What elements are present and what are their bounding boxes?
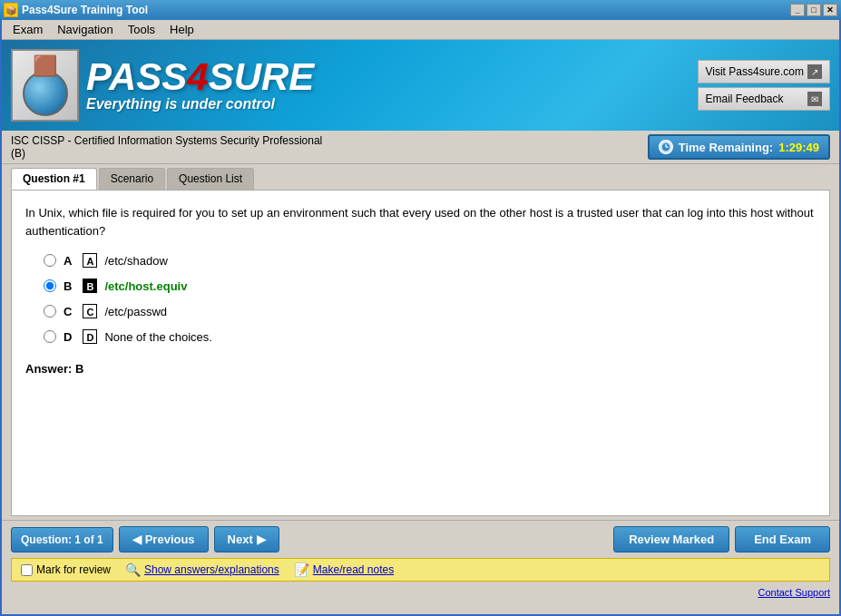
- exam-info-bar: ISC CISSP - Certified Information System…: [2, 131, 839, 164]
- menubar: Exam Navigation Tools Help: [2, 20, 839, 40]
- logo-area: 📦 🟫 PASS4SURE Everything is under contro…: [11, 49, 314, 122]
- exam-title: ISC CISSP - Certified Information System…: [11, 134, 322, 147]
- brand-pass: PASS: [86, 55, 187, 98]
- option-c[interactable]: C C /etc/passwd: [44, 304, 816, 318]
- clock-icon: [659, 140, 673, 154]
- radio-b[interactable]: [44, 279, 56, 292]
- option-a-label: A: [64, 254, 72, 268]
- tab-question-list[interactable]: Question List: [167, 168, 254, 190]
- header: 📦 🟫 PASS4SURE Everything is under contro…: [2, 40, 839, 131]
- question-text: In Unix, which file is required for you …: [25, 204, 816, 240]
- external-link-icon: ↗: [807, 64, 822, 79]
- option-a-text: /etc/shadow: [104, 254, 167, 268]
- question-area: In Unix, which file is required for you …: [11, 190, 830, 516]
- visit-button[interactable]: Visit Pass4sure.com ↗: [698, 60, 831, 83]
- timer-value: 1:29:49: [778, 141, 819, 154]
- option-d[interactable]: D D None of the choices.: [44, 329, 816, 344]
- tab-scenario[interactable]: Scenario: [99, 168, 165, 190]
- window-title: Pass4Sure Training Tool: [22, 4, 148, 16]
- tab-question[interactable]: Question #1: [11, 168, 97, 190]
- brand-name: PASS4SURE: [86, 58, 314, 96]
- radio-c[interactable]: [44, 305, 56, 318]
- email-label: Email Feedback: [706, 93, 784, 105]
- menu-tools[interactable]: Tools: [121, 21, 162, 38]
- question-counter: Question: 1 of 1: [11, 527, 113, 552]
- titlebar: 📦 Pass4Sure Training Tool _ □ ✕: [0, 0, 841, 20]
- menu-navigation[interactable]: Navigation: [50, 21, 120, 38]
- tab-bar: Question #1 Scenario Question List: [2, 164, 839, 190]
- brand-four: 4: [187, 55, 208, 98]
- review-marked-button[interactable]: Review Marked: [613, 526, 729, 552]
- menu-exam[interactable]: Exam: [5, 21, 50, 38]
- exam-title-area: ISC CISSP - Certified Information System…: [11, 134, 322, 160]
- option-b-text: /etc/host.equiv: [104, 279, 187, 293]
- option-d-text: None of the choices.: [104, 330, 212, 344]
- option-c-box: C: [83, 304, 97, 318]
- tagline: Everything is under control: [86, 96, 314, 112]
- option-b-box: B: [83, 279, 97, 293]
- footer-tools: Mark for review 🔍 Show answers/explanati…: [11, 558, 830, 582]
- logo-text: PASS4SURE Everything is under control: [86, 58, 314, 112]
- exam-subtitle: (B): [11, 147, 322, 160]
- option-d-label: D: [64, 330, 72, 344]
- contact-support-link[interactable]: Contact Support: [758, 587, 831, 598]
- timer-label: Time Remaining:: [679, 141, 774, 154]
- brand-sure: SURE: [209, 55, 315, 98]
- minimize-button[interactable]: _: [790, 4, 805, 16]
- option-a[interactable]: A A /etc/shadow: [44, 253, 816, 268]
- next-label: Next: [228, 533, 253, 546]
- show-answers-link[interactable]: Show answers/explanations: [144, 563, 279, 576]
- make-notes-tool[interactable]: 📝 Make/read notes: [294, 562, 394, 577]
- mark-checkbox[interactable]: [21, 564, 33, 576]
- option-b-label: B: [64, 279, 72, 293]
- close-button[interactable]: ✕: [823, 4, 837, 16]
- make-notes-link[interactable]: Make/read notes: [313, 563, 394, 576]
- header-buttons: Visit Pass4sure.com ↗ Email Feedback ✉: [698, 60, 831, 111]
- option-c-label: C: [64, 305, 72, 318]
- prev-label: Previous: [145, 533, 195, 546]
- mark-for-review-tool[interactable]: Mark for review: [21, 563, 111, 576]
- answer-line: Answer: B: [25, 362, 816, 376]
- end-exam-button[interactable]: End Exam: [735, 526, 830, 552]
- package-icon: 🟫: [33, 54, 57, 78]
- show-answers-icon: 🔍: [125, 562, 141, 577]
- app-icon: 📦: [4, 3, 18, 17]
- previous-button[interactable]: ◀ Previous: [119, 526, 209, 552]
- option-d-box: D: [83, 329, 97, 344]
- next-arrow-icon: ▶: [257, 533, 266, 546]
- options-list: A A /etc/shadow B B /etc/host.equiv C C …: [25, 253, 816, 344]
- bottom-nav-bar: Question: 1 of 1 ◀ Previous Next ▶ Revie…: [2, 520, 839, 558]
- email-icon: ✉: [807, 92, 822, 106]
- option-a-box: A: [83, 253, 97, 268]
- option-b[interactable]: B B /etc/host.equiv: [44, 279, 816, 293]
- menu-help[interactable]: Help: [162, 21, 201, 38]
- radio-a[interactable]: [44, 254, 56, 267]
- logo-box: 📦 🟫: [11, 49, 79, 122]
- visit-label: Visit Pass4sure.com: [706, 65, 805, 78]
- show-answers-tool[interactable]: 🔍 Show answers/explanations: [125, 562, 279, 577]
- timer: Time Remaining: 1:29:49: [648, 134, 830, 160]
- contact-support-area: Contact Support: [2, 585, 839, 601]
- prev-arrow-icon: ◀: [132, 533, 142, 546]
- mark-label: Mark for review: [36, 563, 111, 576]
- option-c-text: /etc/passwd: [104, 305, 167, 318]
- next-button[interactable]: Next ▶: [214, 526, 279, 552]
- maximize-button[interactable]: □: [807, 4, 821, 16]
- notes-icon: 📝: [294, 562, 309, 577]
- window-controls: _ □ ✕: [790, 4, 837, 16]
- radio-d[interactable]: [44, 330, 56, 343]
- email-feedback-button[interactable]: Email Feedback ✉: [698, 87, 831, 111]
